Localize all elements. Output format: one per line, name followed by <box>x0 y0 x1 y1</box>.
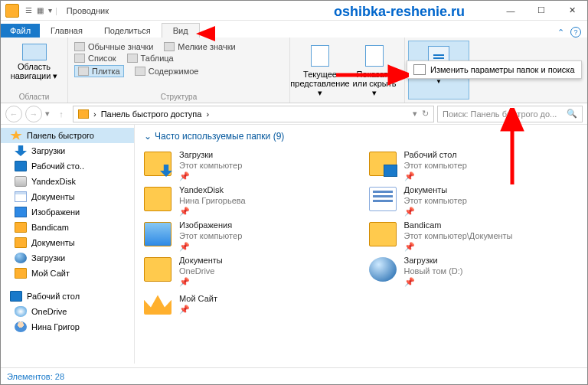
tile-name: Рабочий стол <box>404 149 467 160</box>
pin-icon: 📌 <box>404 276 412 284</box>
tab-share[interactable]: Поделиться <box>93 24 162 38</box>
tree-item-label: Документы <box>31 238 75 247</box>
crumb-arrow[interactable]: › <box>206 109 209 119</box>
tab-home[interactable]: Главная <box>40 24 93 38</box>
tab-file[interactable]: Файл <box>1 24 40 38</box>
navigation-tree[interactable]: Панель быстрогоЗагрузкиРабочий сто..Yand… <box>1 125 135 364</box>
tree-item-icon <box>15 268 27 279</box>
tree-item-icon <box>10 291 22 302</box>
breadcrumb[interactable]: › Панель быстрого доступа › ▾ ↻ <box>73 106 434 122</box>
search-icon[interactable]: 🔍 <box>567 109 577 119</box>
tile-name: Мой Сайт <box>179 293 217 304</box>
folder-tile[interactable]: BandicamЭтот компьютер\Документы📌 <box>369 220 579 249</box>
tile-path: Этот компьютер <box>179 230 242 241</box>
qat-props-icon[interactable]: ☰ <box>25 6 32 15</box>
tree-item-icon <box>15 176 27 187</box>
history-dropdown[interactable]: ▾ <box>413 109 417 119</box>
pin-icon: 📌 <box>179 241 187 249</box>
tree-item[interactable]: Загрузки <box>1 250 134 266</box>
ribbon-group-layout: Обычные значкиМелкие значкиСписокТаблица… <box>68 38 290 103</box>
folder-tile[interactable]: ДокументыЭтот компьютер📌 <box>369 184 579 214</box>
folder-icon <box>144 257 172 282</box>
layout-label: Таблица <box>141 54 174 63</box>
tab-view[interactable]: Вид <box>162 23 200 38</box>
help-icon[interactable]: ? <box>570 27 581 38</box>
folder-tile[interactable]: Мой Сайт📌 <box>144 290 354 315</box>
folder-tile[interactable]: ИзображенияЭтот компьютер📌 <box>144 220 354 249</box>
tree-item-icon <box>15 145 27 156</box>
folder-icon <box>369 187 397 211</box>
titlebar: ☰ ▦ ▾ | Проводник — ☐ ✕ <box>1 1 587 21</box>
folder-tile[interactable]: Рабочий столЭтот компьютер📌 <box>369 149 579 178</box>
tile-path: Этот компьютер\Документы <box>404 230 513 241</box>
folder-tile[interactable]: YandexDiskНина Григорьева📌 <box>144 184 354 214</box>
options-dropdown-label: Изменить параметры папок и поиска <box>430 65 575 74</box>
pin-icon: 📌 <box>404 241 412 249</box>
folder-tile[interactable]: ДокументыOneDrive📌 <box>144 255 354 284</box>
maximize-button[interactable]: ☐ <box>526 1 557 21</box>
tile-path: Этот компьютер <box>404 195 467 206</box>
watermark: oshibka-reshenie.ru <box>334 4 465 20</box>
pin-icon: 📌 <box>179 171 187 178</box>
collapse-icon[interactable]: ⌄ <box>144 131 152 142</box>
navigation-pane-button[interactable]: Область навигации ▾ <box>7 62 61 80</box>
layout-option[interactable]: Список <box>74 54 116 63</box>
tree-item[interactable]: Нина Григор <box>1 319 134 334</box>
forward-button[interactable]: → <box>25 106 42 122</box>
section-title: Часто используемые папки (9) <box>155 131 284 142</box>
tree-item[interactable]: Документы <box>1 189 134 204</box>
quick-access-toolbar[interactable]: ☰ ▦ ▾ <box>25 6 52 15</box>
tree-item[interactable]: Bandicam <box>1 220 134 235</box>
options-dropdown-item[interactable]: Изменить параметры папок и поиска <box>407 60 582 79</box>
tree-item[interactable]: Мой Сайт <box>1 266 134 281</box>
back-button[interactable]: ← <box>5 106 22 122</box>
tile-path: Этот компьютер <box>404 160 467 171</box>
folder-icon <box>369 152 397 176</box>
layout-icon <box>135 67 145 76</box>
tree-item-label: Мой Сайт <box>31 269 70 278</box>
tree-item-label: Нина Григор <box>31 322 80 331</box>
tile-name: YandexDisk <box>179 184 246 195</box>
tile-name: Изображения <box>179 220 242 230</box>
refresh-button[interactable]: ↻ <box>422 109 429 119</box>
tree-item[interactable]: Документы <box>1 235 134 250</box>
folder-icon <box>144 222 172 246</box>
qat-new-icon[interactable]: ▦ <box>37 6 44 15</box>
qat-dropdown-icon[interactable]: ▾ <box>48 6 52 15</box>
chevron-up-icon[interactable]: ⌃ <box>557 28 564 38</box>
close-button[interactable]: ✕ <box>557 1 587 21</box>
folder-tile[interactable]: ЗагрузкиЭтот компьютер📌 <box>144 149 354 178</box>
chevron-down-icon[interactable]: ▼ <box>436 78 442 85</box>
folder-tile[interactable]: ЗагрузкиНовый том (D:)📌 <box>369 255 579 284</box>
navigation-pane-icon <box>22 44 47 60</box>
tree-item[interactable]: Загрузки <box>1 143 134 158</box>
tree-item[interactable]: Изображени <box>1 204 134 220</box>
tree-item-icon <box>15 161 27 171</box>
pin-icon: 📌 <box>179 304 187 312</box>
pin-icon: 📌 <box>404 171 412 178</box>
tree-item[interactable]: OneDrive <box>1 304 134 319</box>
recent-dropdown[interactable]: ▾ <box>45 109 50 119</box>
tree-item[interactable]: YandexDisk <box>1 174 134 189</box>
layout-option[interactable]: Таблица <box>127 54 174 63</box>
tile-path: Этот компьютер <box>179 160 242 171</box>
tree-item[interactable]: Рабочий стол <box>1 289 134 304</box>
status-text: Элементов: 28 <box>7 372 64 381</box>
layout-option[interactable]: Содержимое <box>135 65 199 77</box>
tree-item[interactable]: Панель быстрого <box>1 128 134 143</box>
ribbon-help[interactable]: ⌃ ? <box>557 27 587 38</box>
crumb-text[interactable]: Панель быстрого доступа <box>101 109 202 119</box>
status-bar: Элементов: 28 <box>1 367 587 384</box>
layout-option[interactable]: Обычные значки <box>74 42 153 51</box>
tree-item-icon <box>15 321 27 332</box>
tile-name: Загрузки <box>179 149 242 160</box>
tree-item[interactable]: Рабочий сто.. <box>1 158 134 174</box>
layout-icon <box>127 54 138 63</box>
minimize-button[interactable]: — <box>495 1 526 21</box>
layout-option[interactable]: Плитка <box>74 65 124 77</box>
tile-name: Документы <box>404 184 467 195</box>
crumb-arrow[interactable]: › <box>93 109 96 119</box>
up-button[interactable]: ↑ <box>53 106 70 122</box>
separator: | <box>55 6 57 15</box>
current-view-icon <box>311 45 329 67</box>
